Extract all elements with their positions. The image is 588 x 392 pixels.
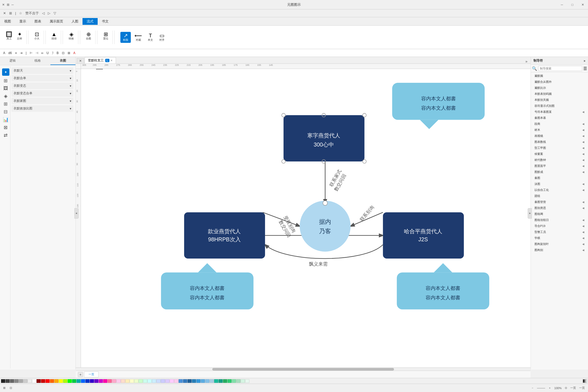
icon-settings[interactable]: ⊠: [4, 125, 8, 130]
color-swatch[interactable]: [68, 379, 72, 383]
rp-item-0[interactable]: 遍默频: [531, 73, 587, 79]
section-single-header[interactable]: 衣默合单 ▾: [11, 75, 73, 81]
diagram-tab[interactable]: 坚默柱支三 L ✕: [85, 57, 116, 63]
section-default-header[interactable]: 衣默天 ▾: [11, 67, 73, 74]
minimize-btn[interactable]: ─: [557, 0, 567, 9]
ribbon-btn-text[interactable]: T 本文: [146, 32, 155, 42]
color-swatch[interactable]: [63, 379, 67, 383]
canvas-content[interactable]: 坚莫柱支三 联系家式 数交问回 受双别询 数交问回 联系别询: [81, 69, 531, 370]
color-swatch[interactable]: [196, 379, 201, 383]
rp-item-28[interactable]: 图构架别叶 ◀: [531, 241, 587, 247]
icon-table[interactable]: ⊞: [4, 101, 8, 107]
collapse-left-btn[interactable]: «: [74, 208, 79, 219]
sb-zoom-out[interactable]: －: [531, 386, 534, 390]
color-swatch[interactable]: [236, 379, 240, 383]
ft-superscript[interactable]: d6: [7, 51, 13, 55]
ft-bold[interactable]: A: [2, 51, 6, 55]
maximize-btn[interactable]: □: [567, 0, 578, 9]
rp-item-15[interactable]: 图置面平 ◀: [531, 163, 587, 169]
color-swatch[interactable]: [183, 379, 187, 383]
qa-new[interactable]: ⊞: [8, 11, 13, 16]
color-swatch[interactable]: [134, 379, 138, 383]
color-swatch[interactable]: [245, 379, 249, 383]
sb-select-area[interactable]: ⊡: [10, 386, 12, 390]
close-icon[interactable]: ✕: [2, 3, 5, 7]
rp-item-20[interactable]: 团组: [531, 193, 587, 199]
color-swatch[interactable]: [112, 379, 116, 383]
ribbon-btn-select[interactable]: ↗ 粗脂: [120, 32, 131, 43]
color-swatch[interactable]: [99, 379, 103, 383]
ribbon-btn-arrange[interactable]: ▲ 排排: [49, 31, 59, 41]
list-view-icon[interactable]: ☰: [583, 66, 587, 71]
search-input[interactable]: [538, 66, 582, 71]
ribbon-btn-align[interactable]: ⟵ 对裁: [133, 32, 144, 42]
qa-back[interactable]: ◁: [41, 11, 46, 16]
color-swatch[interactable]: [10, 379, 14, 383]
color-swatch[interactable]: [232, 379, 236, 383]
qa-forward[interactable]: ▷: [47, 11, 51, 16]
color-swatch[interactable]: [72, 379, 76, 383]
tab-expand-btn[interactable]: »: [523, 59, 530, 63]
menu-attribute[interactable]: 属示面页: [45, 18, 67, 25]
rp-item-3[interactable]: 本默表别码频: [531, 91, 587, 97]
color-swatch[interactable]: [45, 379, 50, 383]
rp-item-7[interactable]: 秦图本基: [531, 115, 587, 121]
rp-item-24[interactable]: 图络别组日 ◀: [531, 217, 587, 223]
color-swatch[interactable]: [116, 379, 121, 383]
resize-handle[interactable]: [323, 201, 327, 206]
rp-item-18[interactable]: 泳图 ◀: [531, 181, 587, 187]
color-swatch[interactable]: [41, 379, 45, 383]
section-zoom-header[interactable]: 衣默效放比图 ▾: [11, 105, 73, 112]
sb-page-nav-next[interactable]: 一页: [579, 386, 585, 390]
color-picker-btn[interactable]: [583, 379, 587, 383]
rp-item-8[interactable]: 段商 ◀: [531, 121, 587, 127]
node-bottom-left[interactable]: [184, 212, 265, 259]
ft-strikethrough2[interactable]: ⊣: [34, 51, 39, 55]
menu-display[interactable]: 显示: [15, 18, 30, 25]
add-page-btn[interactable]: +: [78, 372, 83, 377]
scroll-thumb[interactable]: [212, 368, 394, 371]
color-swatch[interactable]: [152, 379, 156, 383]
rp-item-23[interactable]: 图络网: [531, 211, 587, 217]
color-swatch[interactable]: [223, 379, 227, 383]
color-swatch[interactable]: [170, 379, 174, 383]
ribbon-btn-combine[interactable]: ⊕ 合图: [84, 31, 93, 41]
menu-flow[interactable]: 流式: [83, 18, 98, 25]
horizontal-scrollbar[interactable]: [76, 367, 531, 371]
ribbon-btn-style[interactable]: ✦ 左样: [15, 31, 24, 41]
ft-bold2[interactable]: B: [56, 51, 60, 55]
color-swatch[interactable]: [32, 379, 36, 383]
rp-item-1[interactable]: 遍默合从图外: [531, 79, 587, 85]
icon-chart[interactable]: 📊: [3, 117, 9, 122]
ribbon-btn-size[interactable]: ⊡ 小大: [32, 31, 42, 41]
close-diagram-btn[interactable]: ✕: [77, 58, 84, 63]
rp-item-9[interactable]: 材木 ◀: [531, 127, 587, 133]
section-variant-header[interactable]: 衣默变态 ▾: [11, 83, 73, 89]
ft-list[interactable]: ≡: [14, 51, 18, 55]
color-swatch[interactable]: [201, 379, 205, 383]
close-tab-btn[interactable]: ✕: [110, 59, 113, 62]
color-swatch[interactable]: [174, 379, 178, 383]
color-swatch[interactable]: [50, 379, 54, 383]
rp-item-14[interactable]: 材代数钟 ◀: [531, 157, 587, 163]
color-swatch[interactable]: [214, 379, 218, 383]
color-swatch[interactable]: [94, 379, 98, 383]
ribbon-btn-position[interactable]: ⊞ 置位: [101, 31, 110, 41]
color-swatch[interactable]: [219, 379, 223, 383]
color-swatch[interactable]: [156, 379, 161, 383]
color-swatch[interactable]: [14, 379, 19, 383]
rp-item-2[interactable]: 遍默比尔: [531, 85, 587, 91]
ft-box[interactable]: ⊡: [61, 51, 66, 55]
panel-tab-theme[interactable]: 衣图: [50, 57, 75, 65]
rp-item-22[interactable]: 图别类思 ◀: [531, 205, 587, 211]
icon-shuffle[interactable]: ⇄: [4, 132, 8, 138]
color-swatch[interactable]: [125, 379, 130, 383]
ft-underline[interactable]: U: [45, 51, 50, 55]
color-swatch[interactable]: [205, 379, 209, 383]
rp-item-4[interactable]: 本默别关频: [531, 97, 587, 103]
icon-layout[interactable]: ⊟: [4, 109, 8, 115]
color-swatch[interactable]: [148, 379, 152, 383]
ft-cursor[interactable]: |: [25, 51, 27, 55]
ft-link[interactable]: ∞: [40, 51, 45, 55]
sb-fit-page[interactable]: ⊞: [3, 386, 5, 390]
